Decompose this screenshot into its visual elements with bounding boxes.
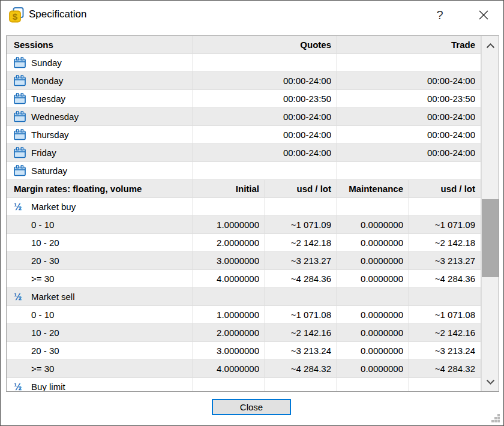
value-cell (337, 288, 409, 305)
cell-text: Buy limit (31, 382, 65, 392)
value-cell (193, 162, 337, 179)
label-cell: 0 - 10 (7, 306, 193, 323)
value-cell: 00:00-24:00 (337, 126, 481, 143)
help-button[interactable]: ? (428, 3, 452, 27)
chevron-up-icon (486, 43, 495, 49)
label-cell: ½Buy limit (7, 378, 193, 392)
close-icon (478, 10, 489, 20)
table-row: 0 - 101.0000000~1 071.090.0000000~1 071.… (7, 216, 481, 234)
value-cell: ~4 284.32 (265, 360, 337, 377)
table-row: Friday00:00-24:0000:00-24:00 (7, 144, 481, 162)
one-half-icon: ½ (14, 202, 26, 212)
value-cell (193, 288, 265, 305)
value-cell: 0.0000000 (337, 252, 409, 269)
value-cell: 1.0000000 (193, 216, 265, 233)
label-cell: Monday (7, 72, 193, 89)
value-cell: 0.0000000 (337, 360, 409, 377)
value-cell: 0.0000000 (337, 324, 409, 341)
value-cell: 00:00-24:00 (193, 144, 337, 161)
value-cell: Trade (337, 36, 481, 53)
value-cell: ~3 213.27 (265, 252, 337, 269)
resize-grip[interactable] (491, 413, 500, 423)
value-cell: 2.0000000 (193, 234, 265, 251)
dollar-document-icon: $ (7, 6, 25, 24)
cell-text: Sunday (31, 58, 62, 68)
value-cell: ~2 142.16 (409, 324, 481, 341)
title-bar: $ Specification ? (1, 1, 503, 31)
value-cell: 0.0000000 (337, 270, 409, 287)
close-button[interactable]: Close (212, 399, 291, 415)
value-cell (193, 54, 337, 71)
calendar-icon (14, 147, 26, 158)
cell-text: 20 - 30 (31, 346, 59, 356)
calendar-icon (14, 129, 26, 140)
table-row: Monday00:00-24:0000:00-24:00 (7, 72, 481, 90)
scroll-down-button[interactable] (482, 373, 499, 390)
calendar-icon (14, 93, 26, 104)
calendar-icon (14, 75, 26, 86)
table-row: 10 - 202.0000000~2 142.160.0000000~2 142… (7, 324, 481, 342)
value-cell: 0.0000000 (337, 216, 409, 233)
value-cell: 00:00-23:50 (337, 90, 481, 107)
table-row: Margin rates: floating, volumeInitialusd… (7, 180, 481, 198)
scrollbar-thumb[interactable] (482, 199, 499, 277)
table-row: Sunday (7, 54, 481, 72)
calendar-icon (14, 165, 26, 176)
value-cell: usd / lot (409, 180, 481, 197)
label-cell: Friday (7, 144, 193, 161)
label-cell: 0 - 10 (7, 216, 193, 233)
calendar-icon (14, 57, 26, 68)
resize-grip-icon (491, 413, 500, 423)
value-cell (265, 288, 337, 305)
table-row: SessionsQuotesTrade (7, 36, 481, 54)
cell-text: 10 - 20 (31, 328, 59, 338)
value-cell: 3.0000000 (193, 252, 265, 269)
cell-text: Wednesday (31, 112, 79, 122)
value-cell: ~1 071.09 (409, 216, 481, 233)
table-row: >= 304.0000000~4 284.320.0000000~4 284.3… (7, 360, 481, 378)
svg-text:$: $ (13, 11, 18, 22)
cell-text: Market buy (31, 202, 76, 212)
cell-text: Monday (31, 76, 63, 86)
table-row: 20 - 303.0000000~3 213.270.0000000~3 213… (7, 252, 481, 270)
calendar-icon (14, 111, 26, 122)
vertical-scrollbar[interactable] (481, 36, 499, 391)
window-close-button[interactable] (471, 3, 496, 27)
value-cell: usd / lot (265, 180, 337, 197)
value-cell: 1.0000000 (193, 306, 265, 323)
table-row: 20 - 303.0000000~3 213.240.0000000~3 213… (7, 342, 481, 360)
cell-text: 0 - 10 (31, 310, 54, 320)
table-row: ½Market buy (7, 198, 481, 216)
value-cell (409, 198, 481, 215)
cell-text: Sessions (14, 40, 53, 50)
value-cell: 00:00-24:00 (337, 108, 481, 125)
label-cell: 20 - 30 (7, 252, 193, 269)
table-row: Saturday (7, 162, 481, 180)
cell-text: >= 30 (31, 274, 54, 284)
label-cell: 10 - 20 (7, 324, 193, 341)
window-title: Specification (29, 8, 86, 20)
scroll-up-button[interactable] (482, 37, 499, 54)
value-cell (409, 378, 481, 392)
value-cell: 00:00-24:00 (337, 72, 481, 89)
cell-text: Margin rates: floating, volume (14, 184, 142, 194)
label-cell: Wednesday (7, 108, 193, 125)
table-row: ½Market sell (7, 288, 481, 306)
value-cell: ~1 071.08 (265, 306, 337, 323)
value-cell: ~2 142.18 (409, 234, 481, 251)
spec-table: SessionsQuotesTradeSundayMonday00:00-24:… (7, 36, 481, 391)
label-cell: Tuesday (7, 90, 193, 107)
value-cell: 2.0000000 (193, 324, 265, 341)
value-cell: ~1 071.09 (265, 216, 337, 233)
value-cell: 0.0000000 (337, 306, 409, 323)
value-cell: ~3 213.24 (265, 342, 337, 359)
value-cell (193, 378, 265, 392)
value-cell: 0.0000000 (337, 234, 409, 251)
cell-text: 0 - 10 (31, 220, 54, 230)
value-cell: 00:00-23:50 (193, 90, 337, 107)
label-cell: ½Market buy (7, 198, 193, 215)
label-cell: Saturday (7, 162, 193, 179)
value-cell (337, 378, 409, 392)
cell-text: Market sell (31, 292, 75, 302)
value-cell: 4.0000000 (193, 270, 265, 287)
